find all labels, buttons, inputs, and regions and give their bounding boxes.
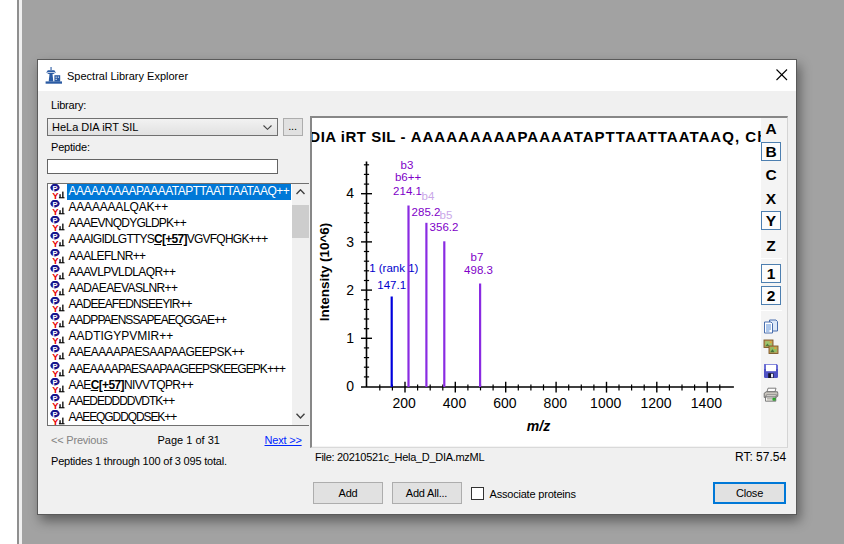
svg-text:Y: Y <box>52 400 59 410</box>
svg-text:Intensity (10^6): Intensity (10^6) <box>317 223 332 322</box>
svg-text:b6++: b6++ <box>394 171 421 183</box>
svg-text:147.1: 147.1 <box>377 279 406 291</box>
svg-text:356.2: 356.2 <box>429 221 458 233</box>
svg-text:Y: Y <box>52 206 59 216</box>
svg-text:1000: 1000 <box>590 395 621 411</box>
svg-text:1: 1 <box>346 330 354 346</box>
svg-text:1 (rank 1): 1 (rank 1) <box>369 262 418 274</box>
svg-text:214.1: 214.1 <box>393 185 422 197</box>
svg-text:600: 600 <box>493 395 517 411</box>
svg-text:b4: b4 <box>421 190 434 202</box>
svg-text:4: 4 <box>346 185 354 201</box>
svg-text:Y: Y <box>52 319 59 329</box>
svg-text:Y: Y <box>52 416 59 425</box>
svg-text:b5: b5 <box>439 209 452 221</box>
svg-text:b7: b7 <box>470 251 483 263</box>
svg-text:3: 3 <box>346 234 354 250</box>
svg-text:m/z: m/z <box>526 418 549 434</box>
svg-text:Y: Y <box>52 255 59 265</box>
svg-text:Y: Y <box>52 271 59 281</box>
svg-text:285.2: 285.2 <box>411 206 440 218</box>
svg-text:400: 400 <box>442 395 466 411</box>
svg-text:b3: b3 <box>400 159 413 171</box>
svg-text:Y: Y <box>52 368 59 378</box>
svg-text:2: 2 <box>346 282 354 298</box>
svg-text:200: 200 <box>392 395 416 411</box>
svg-text:Y: Y <box>52 190 59 200</box>
svg-text:498.3: 498.3 <box>464 264 493 276</box>
svg-text:800: 800 <box>543 395 567 411</box>
svg-text:Y: Y <box>52 287 59 297</box>
svg-text:Y: Y <box>52 335 59 345</box>
svg-text:Y: Y <box>52 352 59 362</box>
svg-text:1400: 1400 <box>690 395 721 411</box>
svg-text:Y: Y <box>52 239 59 249</box>
svg-text:Y: Y <box>52 222 59 232</box>
svg-text:0: 0 <box>346 378 354 394</box>
svg-text:1200: 1200 <box>640 395 671 411</box>
svg-text:Y: Y <box>52 303 59 313</box>
svg-text:Y: Y <box>52 384 59 394</box>
